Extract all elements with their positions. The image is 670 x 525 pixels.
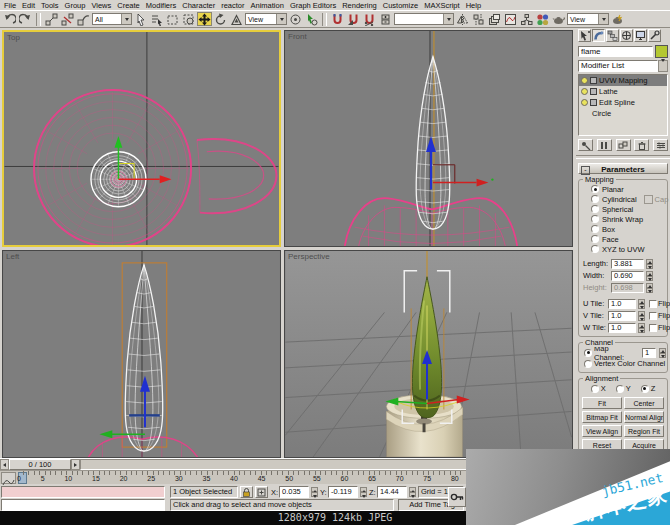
radio-button[interactable] [591, 235, 599, 243]
pin-stack-icon[interactable] [578, 139, 593, 151]
flip-checkbox[interactable] [649, 300, 657, 308]
next-frame-button[interactable] [71, 459, 80, 470]
window-crossing-icon[interactable] [181, 12, 196, 26]
use-pivot-center-icon[interactable] [288, 12, 303, 26]
tab-utilities[interactable] [648, 29, 661, 42]
radio-button[interactable] [591, 205, 599, 213]
modifier-stack-row[interactable]: Circle [579, 108, 667, 119]
set-key-icon[interactable] [448, 487, 466, 507]
configure-modifier-sets-icon[interactable] [653, 139, 668, 151]
spinner-snap-icon[interactable] [378, 12, 393, 26]
menu-item[interactable]: MAXScript [424, 1, 459, 10]
rectangular-selection-region-icon[interactable] [165, 12, 180, 26]
dropdown-arrow-icon[interactable] [121, 14, 131, 24]
spinner-arrows[interactable] [638, 323, 645, 333]
select-by-name-icon[interactable] [149, 12, 164, 26]
radio-button[interactable] [591, 185, 599, 193]
tile-value-field[interactable]: 1.0 [608, 323, 636, 333]
select-object-icon[interactable] [133, 12, 148, 26]
dropdown-arrow-icon[interactable] [658, 60, 668, 72]
viewport-front[interactable]: Front [284, 30, 573, 247]
select-and-move-icon[interactable] [197, 12, 212, 26]
menu-item[interactable]: Modifiers [146, 1, 176, 10]
mini-curve-editor-icon[interactable] [1, 472, 16, 484]
tab-create[interactable] [578, 29, 591, 42]
prev-frame-button[interactable] [0, 459, 9, 470]
vertex-color-radio[interactable] [584, 360, 592, 368]
menu-item[interactable]: Rendering [342, 1, 377, 10]
tab-display[interactable] [634, 29, 647, 42]
menu-item[interactable]: Graph Editors [290, 1, 336, 10]
dropdown-arrow-icon[interactable] [443, 14, 453, 24]
remove-modifier-icon[interactable] [634, 139, 649, 151]
alignment-button[interactable]: Fit [582, 397, 622, 409]
render-viewport-dropdown[interactable]: View [567, 13, 609, 25]
z-coord-field[interactable]: 14.44 [377, 486, 407, 498]
modifier-stack-row[interactable]: Edit Spline [579, 97, 667, 108]
time-slider-handle[interactable]: 0 / 100 [9, 459, 71, 470]
tile-value-field[interactable]: 1.0 [608, 311, 636, 321]
select-and-manipulate-icon[interactable] [304, 12, 319, 26]
menu-item[interactable]: reactor [221, 1, 244, 10]
flip-checkbox[interactable] [649, 324, 657, 332]
spinner-arrows[interactable] [659, 348, 666, 358]
viewport-label-perspective[interactable]: Perspective [288, 252, 330, 261]
axis-radio[interactable] [591, 385, 599, 393]
viewport-label-left[interactable]: Left [6, 252, 19, 261]
dropdown-arrow-icon[interactable] [598, 14, 608, 24]
y-coord-field[interactable]: -0.119 [328, 486, 358, 498]
viewport-label-front[interactable]: Front [288, 32, 307, 41]
maxscript-listener-pink[interactable] [1, 486, 165, 498]
align-icon[interactable] [471, 12, 486, 26]
alignment-button[interactable]: Region Fit [624, 425, 664, 437]
axis-radio[interactable] [641, 385, 649, 393]
dimension-value-field[interactable]: 0.690 [611, 271, 644, 281]
cap-checkbox[interactable]: Cap [644, 195, 669, 204]
viewport-top[interactable]: Top [2, 30, 281, 247]
dropdown-arrow-icon[interactable] [276, 14, 286, 24]
radio-button[interactable] [591, 245, 599, 253]
schematic-view-icon[interactable] [519, 12, 534, 26]
dimension-value-field[interactable]: 3.881 [611, 259, 644, 269]
mirror-icon[interactable] [455, 12, 470, 26]
viewport-left[interactable]: Left [2, 250, 281, 458]
undo-icon[interactable] [2, 12, 17, 26]
visibility-bulb-icon[interactable] [581, 88, 588, 95]
make-unique-icon[interactable] [616, 139, 631, 151]
modifier-list-dropdown[interactable]: Modifier List [578, 60, 668, 72]
object-name-field[interactable]: flame [578, 46, 653, 57]
spinner-arrows[interactable] [646, 283, 653, 293]
menu-item[interactable]: File [4, 1, 16, 10]
tile-value-field[interactable]: 1.0 [608, 299, 636, 309]
spinner-arrows[interactable] [646, 259, 653, 269]
viewport-perspective[interactable]: Perspective [284, 250, 573, 458]
parameters-rollout-header[interactable]: - Parameters [578, 163, 668, 174]
object-color-swatch[interactable] [655, 45, 668, 58]
menu-item[interactable]: Animation [251, 1, 284, 10]
visibility-bulb-icon[interactable] [581, 77, 588, 84]
radio-button[interactable] [591, 215, 599, 223]
dimension-value-field[interactable]: 0.698 [611, 283, 644, 293]
selection-filter-dropdown[interactable]: All [92, 13, 132, 25]
menu-item[interactable]: Tools [41, 1, 59, 10]
angle-snap-icon[interactable] [346, 12, 361, 26]
viewport-label-top[interactable]: Top [7, 33, 20, 42]
flip-checkbox[interactable] [649, 312, 657, 320]
menu-item[interactable]: Character [182, 1, 215, 10]
reference-coordsys-dropdown[interactable]: View [245, 13, 287, 25]
menu-item[interactable]: Group [65, 1, 86, 10]
absolute-mode-icon[interactable] [255, 486, 268, 498]
select-and-rotate-icon[interactable] [213, 12, 228, 26]
alignment-button[interactable]: Normal Align [624, 411, 664, 423]
menu-item[interactable]: Customize [383, 1, 418, 10]
map-channel-radio[interactable] [584, 349, 592, 357]
snap-toggle-icon[interactable] [330, 12, 345, 26]
radio-button[interactable] [591, 195, 599, 203]
select-and-link-icon[interactable] [44, 12, 59, 26]
render-setup-icon[interactable] [551, 12, 566, 26]
maxscript-listener-white[interactable] [1, 499, 165, 511]
tab-modify[interactable] [592, 29, 605, 42]
modifier-stack-row[interactable]: UVW Mapping [579, 75, 667, 86]
unlink-selection-icon[interactable] [60, 12, 75, 26]
visibility-bulb-icon[interactable] [581, 99, 588, 106]
